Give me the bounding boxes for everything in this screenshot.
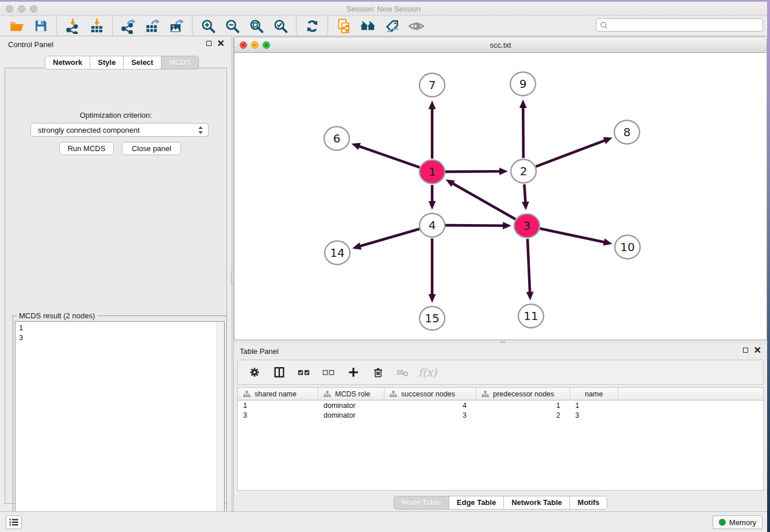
zoom-fit-icon xyxy=(249,18,264,34)
zoom-out-button[interactable] xyxy=(220,17,244,35)
export-table-button[interactable] xyxy=(140,17,164,35)
edge-3-10[interactable] xyxy=(540,229,613,246)
close-panel-button[interactable]: Close panel xyxy=(122,142,181,155)
column-label: successor nodes xyxy=(401,390,455,398)
edge-3-11[interactable] xyxy=(526,239,534,300)
node-9[interactable]: 9 xyxy=(510,72,536,96)
edge-1-7[interactable] xyxy=(429,101,436,159)
node-10[interactable]: 10 xyxy=(615,236,640,259)
zoom-fit-button[interactable] xyxy=(244,17,268,35)
result-scrollbar[interactable] xyxy=(217,322,224,532)
edge-3-1[interactable] xyxy=(445,179,515,219)
svg-text:2: 2 xyxy=(520,164,528,178)
edge-2-9[interactable] xyxy=(519,99,527,158)
edge-4-15[interactable] xyxy=(429,238,436,303)
network-canvas[interactable]: 7968124314101511 xyxy=(234,53,767,340)
import-network-button[interactable] xyxy=(60,17,84,35)
edge-4-14[interactable] xyxy=(352,229,419,249)
node-11[interactable]: 11 xyxy=(518,304,544,328)
table-cell: dominator xyxy=(318,410,384,420)
tab-edge-table[interactable]: Edge Table xyxy=(449,496,504,510)
edge-4-3[interactable] xyxy=(445,222,511,229)
float-panel-icon[interactable] xyxy=(206,41,211,46)
tab-network-table[interactable]: Network Table xyxy=(503,496,570,510)
node-1[interactable]: 1 xyxy=(419,160,445,184)
node-14[interactable]: 14 xyxy=(325,241,350,265)
tab-node-table[interactable]: Node Table xyxy=(394,496,449,510)
edge-2-3[interactable] xyxy=(522,184,529,210)
app-titlebar: Session: New Session xyxy=(0,2,767,16)
table-cell: 3 xyxy=(570,410,618,420)
import-network-icon xyxy=(65,18,80,34)
table-row[interactable]: 1dominator411 xyxy=(238,400,763,410)
search-input[interactable] xyxy=(610,20,763,30)
unselect-all-button[interactable] xyxy=(321,364,336,380)
node-7[interactable]: 7 xyxy=(419,74,445,97)
export-image-icon xyxy=(169,18,184,34)
column-header-mcds-role[interactable]: MCDS role xyxy=(318,388,384,400)
edge-1-2[interactable] xyxy=(445,168,508,175)
gear-button[interactable] xyxy=(247,364,262,380)
task-history-button[interactable] xyxy=(6,515,22,529)
toolbar-separator xyxy=(192,17,192,34)
open-file-button[interactable] xyxy=(5,17,29,35)
column-type-icon xyxy=(243,391,251,398)
svg-text:8: 8 xyxy=(623,125,631,139)
column-header-shared-name[interactable]: shared name xyxy=(238,388,318,400)
svg-text:4: 4 xyxy=(429,218,436,232)
export-network-icon xyxy=(121,18,136,34)
column-header-successor-nodes[interactable]: successor nodes xyxy=(384,388,476,400)
clone-network-button[interactable] xyxy=(332,17,356,35)
run-mcds-button[interactable]: Run MCDS xyxy=(59,142,114,155)
tab-style[interactable]: Style xyxy=(90,56,124,70)
zoom-selected-button[interactable] xyxy=(268,17,292,35)
zoom-in-button[interactable] xyxy=(196,17,220,35)
tab-mcds[interactable]: MCDS xyxy=(161,56,199,70)
edge-2-8[interactable] xyxy=(536,137,613,167)
column-header-predecessor-nodes[interactable]: predecessor nodes xyxy=(476,388,570,400)
tab-motifs[interactable]: Motifs xyxy=(569,496,607,510)
horizontal-divider-grip[interactable] xyxy=(500,341,505,343)
edge-1-6[interactable] xyxy=(351,143,419,168)
import-table-button[interactable] xyxy=(84,17,109,35)
network-window: × − + scc.txt 7968124314101511 xyxy=(234,37,767,340)
eye-icon xyxy=(408,18,425,34)
column-label: name xyxy=(585,390,603,398)
edge-1-4[interactable] xyxy=(429,185,436,210)
column-header-name[interactable]: name xyxy=(570,388,618,400)
refresh-icon xyxy=(305,18,320,34)
tab-network[interactable]: Network xyxy=(45,56,90,70)
node-4[interactable]: 4 xyxy=(419,214,445,237)
background-window-top-edge xyxy=(0,0,770,2)
node-6[interactable]: 6 xyxy=(324,127,349,151)
hide-labels-button[interactable] xyxy=(380,17,404,35)
close-panel-icon[interactable]: ✕ xyxy=(217,40,225,47)
node-2[interactable]: 2 xyxy=(511,160,536,183)
delete-row-button[interactable] xyxy=(371,364,386,380)
criterion-select[interactable]: strongly connected component xyxy=(30,123,209,137)
export-image-button[interactable] xyxy=(164,17,188,35)
export-network-button[interactable] xyxy=(116,17,140,35)
add-row-button[interactable] xyxy=(346,364,361,380)
search-field[interactable] xyxy=(596,18,763,32)
table-close-panel-icon[interactable]: ✕ xyxy=(754,347,761,353)
save-session-button[interactable] xyxy=(29,17,53,35)
node-8[interactable]: 8 xyxy=(614,121,640,144)
clone-network-icon xyxy=(336,18,352,34)
split-view-button[interactable] xyxy=(272,364,287,380)
mcds-result-area[interactable]: 1 3 xyxy=(15,321,225,532)
memory-button[interactable]: Memory xyxy=(713,515,763,529)
node-table: shared nameMCDS rolesuccessor nodesprede… xyxy=(237,387,764,491)
home-button[interactable] xyxy=(356,17,380,35)
node-3[interactable]: 3 xyxy=(514,214,540,238)
tab-select[interactable]: Select xyxy=(123,56,161,70)
eye-button[interactable] xyxy=(404,17,428,35)
zoom-in-icon xyxy=(201,18,216,34)
refresh-button[interactable] xyxy=(300,17,324,35)
node-15[interactable]: 15 xyxy=(419,307,445,330)
control-panel-title: Control Panel xyxy=(8,40,53,49)
select-all-button[interactable] xyxy=(297,364,311,380)
network-window-title: scc.txt xyxy=(234,41,767,49)
table-row[interactable]: 3dominator323 xyxy=(238,410,763,420)
table-float-panel-icon[interactable] xyxy=(743,348,748,353)
